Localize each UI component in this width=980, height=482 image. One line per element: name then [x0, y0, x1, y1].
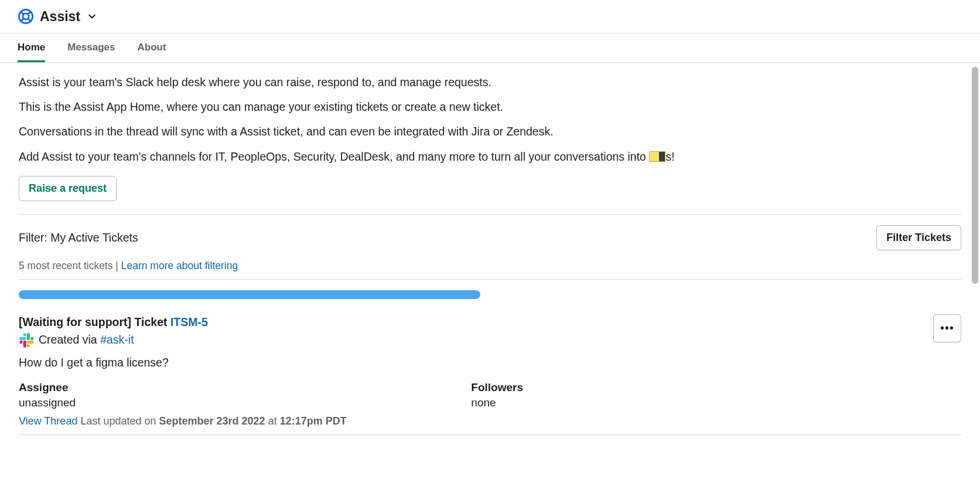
assignee-value: unassigned [19, 396, 471, 409]
tab-bar: Home Messages About [0, 33, 980, 63]
filter-label: Filter: My Active Tickets [19, 231, 138, 245]
raise-request-button[interactable]: Raise a request [19, 176, 117, 201]
app-header: Assist [0, 0, 980, 33]
svg-line-3 [28, 12, 30, 14]
more-icon: ••• [940, 321, 954, 335]
followers-value: none [471, 396, 923, 409]
ticket-heading: [Waiting for support] Ticket ITSM-5 [19, 315, 961, 329]
ticket-image-placeholder [19, 288, 961, 299]
filter-tickets-button[interactable]: Filter Tickets [876, 225, 961, 250]
app-title[interactable]: Assist [40, 9, 80, 25]
svg-line-5 [28, 19, 30, 21]
intro-line: Assist is your team's Slack help desk wh… [19, 73, 961, 91]
svg-point-1 [23, 13, 29, 19]
ticket-channel-link[interactable]: #ask-it [100, 333, 134, 346]
ticket-overflow-button[interactable]: ••• [933, 314, 961, 342]
image-loading-bar [19, 290, 480, 299]
assignee-label: Assignee [19, 381, 471, 394]
recent-tickets-line: 5 most recent tickets | Learn more about… [19, 260, 961, 272]
tab-home[interactable]: Home [18, 33, 45, 62]
ticket-updated-line: View Thread Last updated on September 23… [19, 415, 961, 427]
assist-app-icon [18, 8, 34, 25]
divider [19, 279, 961, 280]
ticket-emoji-icon [649, 151, 665, 162]
tab-messages[interactable]: Messages [67, 33, 115, 62]
scrollbar[interactable] [972, 67, 978, 284]
ticket-created-line: Created via #ask-it [19, 332, 961, 348]
ticket-card: ••• [Waiting for support] Ticket ITSM-5 [19, 315, 961, 435]
followers-label: Followers [471, 381, 923, 394]
learn-more-filtering-link[interactable]: Learn more about filtering [121, 260, 238, 271]
app-home-content: Assist is your team's Slack help desk wh… [0, 63, 980, 459]
chevron-down-icon[interactable] [87, 12, 97, 21]
svg-line-2 [21, 12, 23, 14]
intro-line: Conversations in the thread will sync wi… [19, 123, 961, 140]
intro-line: This is the Assist App Home, where you c… [19, 98, 961, 116]
intro-text: Assist is your team's Slack help desk wh… [19, 73, 961, 165]
ticket-meta: Assignee unassigned Followers none [19, 381, 961, 409]
intro-line: Add Assist to your team's channels for I… [19, 148, 961, 165]
tab-about[interactable]: About [138, 33, 166, 62]
svg-line-4 [21, 19, 23, 21]
divider [19, 435, 961, 435]
slack-icon [19, 332, 34, 348]
ticket-id-link[interactable]: ITSM-5 [170, 315, 208, 328]
ticket-question: How do I get a figma license? [19, 356, 961, 369]
view-thread-link[interactable]: View Thread [19, 415, 77, 427]
divider [19, 214, 961, 215]
filter-row: Filter: My Active Tickets Filter Tickets [19, 225, 961, 250]
